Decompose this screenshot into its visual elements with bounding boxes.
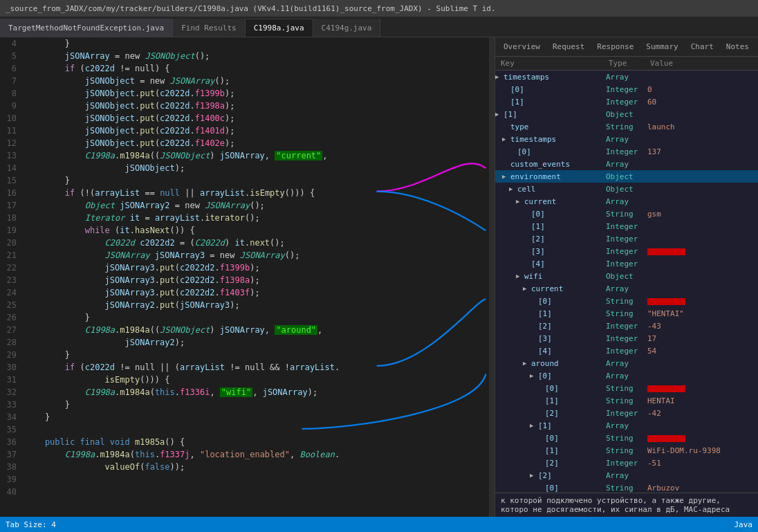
tab-size: Tab Size: 4 xyxy=(6,520,56,529)
tree-row[interactable]: ▶ cell Object xyxy=(495,183,758,195)
line-numbers: 45678 910111213 1415161718 1920212223 24… xyxy=(0,37,22,517)
tree-row[interactable]: [3] Integer 17 xyxy=(495,332,758,345)
tab-c4194g[interactable]: C4194g.java xyxy=(313,19,381,37)
tree-row[interactable]: ▶ [2] Array xyxy=(495,469,758,481)
code-area[interactable]: } jSONArray = new JSONObject(); if (c202… xyxy=(22,37,494,517)
tree-row[interactable]: ▶ wifi Object xyxy=(495,270,758,282)
tree-row[interactable]: ▶ [1] Object xyxy=(495,108,758,120)
tree-row[interactable]: ▶ timestamps Array xyxy=(495,133,758,145)
tree-row[interactable]: [2] Integer xyxy=(495,232,758,245)
tree-row[interactable]: ▶ current Array xyxy=(495,282,758,295)
right-panel: Overview Request Response Summary Chart … xyxy=(494,37,758,517)
statusbar-left: Tab Size: 4 xyxy=(6,520,56,529)
tree-row[interactable]: [4] Integer xyxy=(495,257,758,270)
code-editor: 45678 910111213 1415161718 1920212223 24… xyxy=(0,37,494,517)
tab-response[interactable]: Response xyxy=(591,40,639,53)
tree-row[interactable]: [0] String xyxy=(495,432,758,444)
title-text: _source_from_JADX/com/my/tracker/builder… xyxy=(6,4,496,13)
tree-row[interactable]: [0] String xyxy=(495,382,758,394)
tree-row[interactable]: [1] String "HENTAI" xyxy=(495,307,758,320)
tree-row[interactable]: [0] String gsm xyxy=(495,208,758,220)
tree-row[interactable]: [4] Integer 54 xyxy=(495,345,758,357)
tree-row[interactable]: [1] String WiFi-DOM.ru-9398 xyxy=(495,444,758,457)
tree-view[interactable]: KeyTypeValue ▶ timestamps Array [0] Inte… xyxy=(495,57,758,493)
tree-row[interactable]: [1] Integer xyxy=(495,220,758,232)
tab-c1998a[interactable]: C1998a.java xyxy=(246,19,313,37)
tree-row[interactable]: [0] Integer 0 xyxy=(495,83,758,95)
tree-row[interactable]: ▶ timestamps Array xyxy=(495,71,758,83)
tab-targetmethodnotfoundexception[interactable]: TargetMethodNotFoundException.java xyxy=(0,19,173,37)
tree-row[interactable]: [0] Integer 137 xyxy=(495,145,758,158)
tab-notes[interactable]: Notes xyxy=(721,40,755,53)
tree-row[interactable]: type String launch xyxy=(495,120,758,133)
right-tab-bar: Overview Request Response Summary Chart … xyxy=(495,37,758,57)
status-bar: Tab Size: 4 Java xyxy=(0,517,758,532)
title-bar: _source_from_JADX/com/my/tracker/builder… xyxy=(0,0,758,17)
tree-row[interactable]: ▶ around Array xyxy=(495,357,758,369)
tree-row[interactable]: [3] Integer xyxy=(495,245,758,257)
minimap[interactable] xyxy=(489,37,494,517)
tree-row[interactable]: [2] Integer -42 xyxy=(495,407,758,419)
tab-chart[interactable]: Chart xyxy=(685,40,719,53)
tree-row[interactable]: ▶ [1] Array xyxy=(495,419,758,432)
tab-bar: TargetMethodNotFoundException.java Find … xyxy=(0,17,758,37)
bottom-description: к которой подключено устройство, а также… xyxy=(495,493,758,517)
tab-find-results[interactable]: Find Results xyxy=(173,19,245,37)
tab-overview[interactable]: Overview xyxy=(498,40,546,53)
tree-row[interactable]: ▶ environment Object xyxy=(495,170,758,183)
tree-row[interactable]: ▶ current Array xyxy=(495,195,758,208)
tree-row[interactable]: [2] Integer -51 xyxy=(495,457,758,469)
statusbar-right: Java xyxy=(734,520,753,529)
tree-row[interactable]: custom_events Array xyxy=(495,158,758,170)
tree-row[interactable]: ▶ [0] Array xyxy=(495,369,758,382)
tab-summary[interactable]: Summary xyxy=(640,40,683,53)
main-content: 45678 910111213 1415161718 1920212223 24… xyxy=(0,37,758,517)
tree-row[interactable]: [1] Integer 60 xyxy=(495,95,758,108)
language: Java xyxy=(734,520,753,529)
tab-request[interactable]: Request xyxy=(547,40,590,53)
tree-row[interactable]: [0] String xyxy=(495,295,758,307)
tree-row[interactable]: [0] String Arbuzov xyxy=(495,481,758,493)
tree-row[interactable]: [2] Integer -43 xyxy=(495,320,758,332)
tree-row[interactable]: [1] String HENTAI xyxy=(495,394,758,407)
